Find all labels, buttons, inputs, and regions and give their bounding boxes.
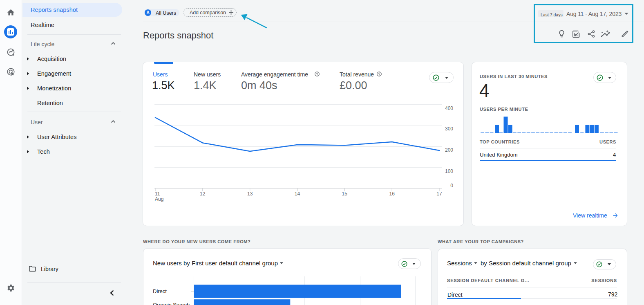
svg-text:400: 400: [445, 105, 453, 111]
svg-text:16: 16: [389, 191, 395, 197]
svg-text:17: 17: [436, 191, 442, 197]
svg-text:Direct: Direct: [153, 288, 167, 294]
svg-text:100: 100: [445, 168, 453, 174]
svg-text:15: 15: [342, 191, 348, 197]
svg-text:13: 13: [247, 191, 253, 197]
svg-text:12: 12: [200, 191, 206, 197]
svg-text:11: 11: [155, 191, 160, 197]
svg-text:14: 14: [295, 191, 300, 197]
svg-text:300: 300: [445, 126, 453, 132]
svg-text:Aug: Aug: [155, 196, 163, 202]
svg-text:0: 0: [450, 183, 453, 188]
svg-text:200: 200: [445, 147, 453, 153]
svg-text:Organic Search: Organic Search: [153, 302, 190, 305]
